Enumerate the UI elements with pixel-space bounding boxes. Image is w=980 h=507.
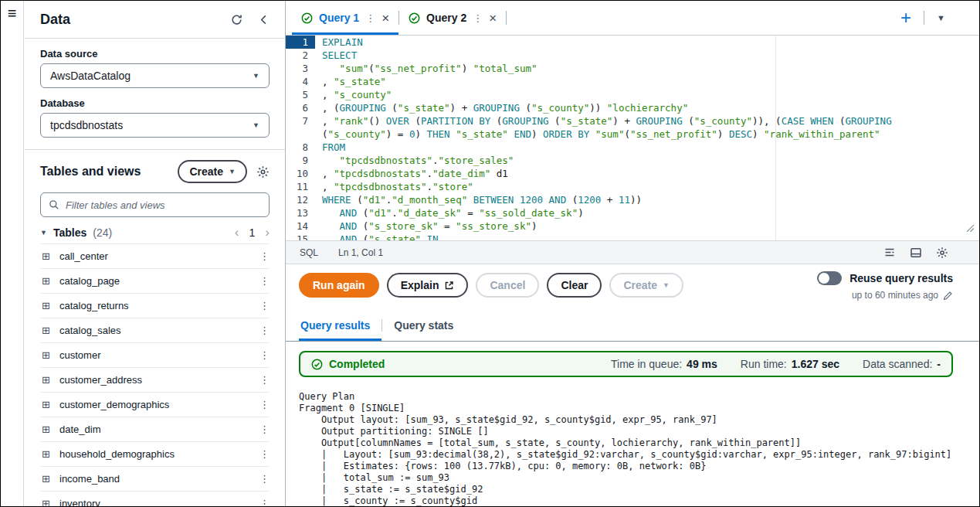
table-row[interactable]: ⊞income_band⋮ xyxy=(40,467,270,492)
explain-button[interactable]: Explain xyxy=(387,273,469,298)
edit-pencil-icon[interactable] xyxy=(943,291,953,301)
clear-button[interactable]: Clear xyxy=(547,273,602,298)
split-panel-icon[interactable] xyxy=(910,247,922,259)
expand-table-icon[interactable]: ⊞ xyxy=(40,275,52,287)
editor-line[interactable]: 11, "tpcdsdbnostats"."store" xyxy=(286,180,979,193)
expand-table-icon[interactable]: ⊞ xyxy=(40,473,52,485)
editor-line[interactable]: 14 AND ("s_store_sk" = "ss_store_sk") xyxy=(286,219,979,233)
table-row[interactable]: ⊞catalog_sales⋮ xyxy=(40,318,270,343)
table-kebab-icon[interactable]: ⋮ xyxy=(259,349,270,361)
editor-line[interactable]: 8FROM xyxy=(286,141,979,154)
refresh-icon[interactable] xyxy=(231,14,242,26)
table-name[interactable]: catalog_returns xyxy=(59,300,252,311)
query-tabbar: Query 1 ⋮ × Query 2 ⋮ × + ▼ xyxy=(286,1,979,36)
table-kebab-icon[interactable]: ⋮ xyxy=(259,424,270,435)
table-name[interactable]: catalog_page xyxy=(59,275,252,287)
table-row[interactable]: ⊞household_demographics⋮ xyxy=(40,442,270,467)
create-button[interactable]: Create ▼ xyxy=(178,160,247,183)
next-page-icon[interactable]: › xyxy=(265,226,270,239)
table-kebab-icon[interactable]: ⋮ xyxy=(259,325,270,336)
expand-table-icon[interactable]: ⊞ xyxy=(40,399,52,410)
tab-query-2[interactable]: Query 2 ⋮ × xyxy=(399,1,506,35)
tab-kebab-icon[interactable]: ⋮ xyxy=(365,12,375,24)
cancel-button[interactable]: Cancel xyxy=(476,273,539,298)
table-row[interactable]: ⊞inventory⋮ xyxy=(40,492,270,506)
table-name[interactable]: household_demographics xyxy=(59,448,252,460)
editor-resize-handle[interactable] xyxy=(966,223,975,236)
expand-table-icon[interactable]: ⊞ xyxy=(40,250,52,262)
expand-table-icon[interactable]: ⊞ xyxy=(40,448,52,460)
table-row[interactable]: ⊞customer_demographics⋮ xyxy=(40,393,270,417)
tab-kebab-icon[interactable]: ⋮ xyxy=(473,12,483,24)
code-text: SELECT xyxy=(315,49,979,62)
tab-query-results[interactable]: Query results xyxy=(299,310,381,341)
table-name[interactable]: customer_demographics xyxy=(59,399,252,410)
table-name[interactable]: catalog_sales xyxy=(59,325,252,336)
expand-table-icon[interactable]: ⊞ xyxy=(40,349,52,361)
tab-close-icon[interactable]: × xyxy=(381,12,389,25)
settings-gear-icon[interactable] xyxy=(256,165,270,179)
tab-close-icon[interactable]: × xyxy=(489,12,497,25)
table-kebab-icon[interactable]: ⋮ xyxy=(259,399,270,410)
editor-line[interactable]: 1EXPLAIN xyxy=(286,36,979,49)
table-name[interactable]: customer_address xyxy=(59,374,252,386)
code-text: "sum"("ss_net_profit") "total_sum" xyxy=(315,62,979,75)
data-source-select[interactable]: AwsDataCatalog ▼ xyxy=(40,63,270,88)
editor-line[interactable]: 7, "rank"() OVER (PARTITION BY (GROUPING… xyxy=(286,114,979,141)
page-number[interactable]: 1 xyxy=(249,226,256,239)
editor-language: SQL xyxy=(300,247,318,258)
create-dropdown-button[interactable]: Create ▼ xyxy=(609,273,683,298)
table-row[interactable]: ⊞customer⋮ xyxy=(40,343,270,368)
table-name[interactable]: call_center xyxy=(59,250,252,262)
table-row[interactable]: ⊞call_center⋮ xyxy=(40,244,270,269)
table-row[interactable]: ⊞date_dim⋮ xyxy=(40,417,270,442)
previous-page-icon[interactable]: ‹ xyxy=(235,226,239,239)
editor-line[interactable]: 10, "tpcdsdbnostats"."date_dim" d1 xyxy=(286,167,979,180)
tab-query-stats[interactable]: Query stats xyxy=(382,310,465,341)
table-row[interactable]: ⊞customer_address⋮ xyxy=(40,368,270,393)
collapse-sidebar-icon[interactable] xyxy=(258,14,270,26)
tab-list-caret-icon[interactable]: ▼ xyxy=(937,14,945,22)
editor-line[interactable]: 15 AND ("s_state" IN xyxy=(286,233,979,240)
tab-query-1[interactable]: Query 1 ⋮ × xyxy=(292,1,398,35)
reuse-results-toggle[interactable] xyxy=(817,271,842,285)
editor-line[interactable]: 12WHERE ("d1"."d_month_seq" BETWEEN 1200… xyxy=(286,193,979,206)
editor-line[interactable]: 5, "s_county" xyxy=(286,88,979,101)
filter-tables-input[interactable] xyxy=(66,199,261,211)
editor-line[interactable]: 3 "sum"("ss_net_profit") "total_sum" xyxy=(286,62,979,75)
table-name[interactable]: inventory xyxy=(59,498,252,506)
table-kebab-icon[interactable]: ⋮ xyxy=(259,300,270,311)
hamburger-menu-icon[interactable]: ≡ xyxy=(5,5,20,21)
table-kebab-icon[interactable]: ⋮ xyxy=(259,250,270,262)
editor-line[interactable]: 4, "s_state" xyxy=(286,75,979,88)
line-number: 10 xyxy=(286,167,315,180)
table-kebab-icon[interactable]: ⋮ xyxy=(259,498,270,506)
line-number: 15 xyxy=(286,233,315,240)
expand-table-icon[interactable]: ⊞ xyxy=(40,325,52,336)
new-query-tab-icon[interactable]: + xyxy=(900,9,911,27)
editor-line[interactable]: 13 AND ("d1"."d_date_sk" = "ss_sold_date… xyxy=(286,206,979,219)
table-name[interactable]: income_band xyxy=(59,473,252,485)
table-row[interactable]: ⊞catalog_page⋮ xyxy=(40,269,270,294)
table-row[interactable]: ⊞catalog_returns⋮ xyxy=(40,294,270,318)
run-again-button[interactable]: Run again xyxy=(299,273,379,298)
table-kebab-icon[interactable]: ⋮ xyxy=(259,473,270,485)
table-kebab-icon[interactable]: ⋮ xyxy=(259,374,270,386)
tables-expand-caret-icon[interactable]: ▼ xyxy=(40,229,47,236)
table-name[interactable]: date_dim xyxy=(59,424,252,435)
table-kebab-icon[interactable]: ⋮ xyxy=(259,448,270,460)
expand-table-icon[interactable]: ⊞ xyxy=(40,300,52,311)
expand-table-icon[interactable]: ⊞ xyxy=(40,424,52,435)
format-sql-icon[interactable] xyxy=(883,247,896,259)
table-kebab-icon[interactable]: ⋮ xyxy=(259,275,270,287)
editor-line[interactable]: 9 "tpcdsdbnostats"."store_sales" xyxy=(286,154,979,167)
table-name[interactable]: customer xyxy=(59,349,252,361)
sql-editor[interactable]: 1EXPLAIN2SELECT3 "sum"("ss_net_profit") … xyxy=(286,36,979,240)
editor-settings-gear-icon[interactable] xyxy=(936,247,948,259)
editor-line[interactable]: 6, (GROUPING ("s_state") + GROUPING ("s_… xyxy=(286,101,979,114)
database-select[interactable]: tpcdsdbnostats ▼ xyxy=(40,113,270,138)
expand-table-icon[interactable]: ⊞ xyxy=(40,498,52,506)
editor-line[interactable]: 2SELECT xyxy=(286,49,979,62)
code-text: EXPLAIN xyxy=(315,36,979,49)
expand-table-icon[interactable]: ⊞ xyxy=(40,374,52,386)
